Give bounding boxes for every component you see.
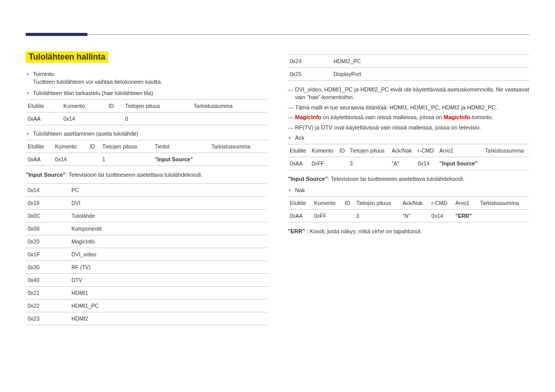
th: Arvo1 xyxy=(453,197,478,210)
td: 0x0C xyxy=(26,209,69,222)
bullet-toiminto: Toiminto xyxy=(33,71,267,77)
section-heading: Tulolähteen hallinta xyxy=(26,51,108,63)
table-codes: 0x14PC 0x18DVI 0x0CTulolähde 0x08Kompone… xyxy=(26,183,267,325)
td: Tulolähde xyxy=(69,209,267,222)
td: "Input Source" xyxy=(437,157,483,170)
th: r-CMD xyxy=(430,197,453,210)
th: Komento xyxy=(53,140,87,153)
th: Tarkistussumma xyxy=(192,100,267,113)
header-band xyxy=(26,33,87,36)
td: HDMI2 xyxy=(69,312,267,325)
td: PC xyxy=(69,183,267,196)
td xyxy=(209,153,267,166)
th: Tietojen pituus xyxy=(347,144,390,157)
td: 0x14 xyxy=(416,157,437,170)
bullet-nak: Nak xyxy=(295,187,529,193)
td: 0x24 xyxy=(288,55,331,68)
right-column: 0x24HDMI2_PC 0x25DisplayPort DVI_video, … xyxy=(288,51,529,330)
td: 0x14 xyxy=(61,113,106,125)
content: Tulolähteen hallinta Toiminto Tuotteen t… xyxy=(26,51,529,330)
td: DVI_video xyxy=(69,248,267,260)
td: MagicInfo xyxy=(69,235,267,248)
td: Komponentti xyxy=(69,222,267,235)
th: Tietojen pituus xyxy=(123,100,192,113)
label: "Input Source" xyxy=(26,172,66,178)
table-codes-extra: 0x24HDMI2_PC 0x25DisplayPort xyxy=(288,54,529,81)
err-desc: "ERR" : Koodi, josta näkyy, mikä virhe o… xyxy=(288,228,529,235)
bullet-view: Tulolähteen tilan tarkastelu (hae tulolä… xyxy=(33,90,267,96)
table-view: Etuliite Komento ID Tietojen pituus Tark… xyxy=(26,99,267,125)
magicinfo-word: MagicInfo xyxy=(443,114,470,120)
text: : Televisioon tai tuotteeseen asetettava… xyxy=(328,176,465,182)
text: : Televisioon tai tuotteeseen asetettava… xyxy=(66,172,202,178)
bullet-ack: Ack xyxy=(295,135,529,141)
th: Etuliite xyxy=(288,197,312,210)
table-set: Etuliite Komento ID Tietojen pituus Tied… xyxy=(26,140,267,166)
th: Komento xyxy=(61,100,106,113)
td: 0x08 xyxy=(26,222,69,235)
td: 0x22 xyxy=(26,299,69,312)
td xyxy=(87,153,100,166)
label: "ERR" xyxy=(288,228,305,234)
th: Tarkistussumma xyxy=(209,140,267,153)
th: Komento xyxy=(310,144,338,157)
text: -toiminto. xyxy=(470,114,493,120)
td: 0x18 xyxy=(26,196,69,209)
td: 0x14 xyxy=(430,210,453,222)
th: r-CMD xyxy=(416,144,437,157)
th: ID xyxy=(106,100,123,113)
td xyxy=(338,157,348,170)
left-column: Tulolähteen hallinta Toiminto Tuotteen t… xyxy=(26,51,267,330)
bullet-set: Tulolähteen asettaminen (aseta tulolähde… xyxy=(33,130,267,137)
note-magicinfo: MagicInfo on käytettävissä vain niissä m… xyxy=(295,114,529,121)
td: HDMI1_PC xyxy=(69,299,267,312)
td: 3 xyxy=(354,210,401,222)
td: 0xAA xyxy=(288,157,310,170)
th: ID xyxy=(338,144,348,157)
td xyxy=(192,113,267,125)
td: HDMI2_PC xyxy=(331,55,529,68)
td: 0xFF xyxy=(310,157,338,170)
td: 0xFF xyxy=(312,210,343,222)
td xyxy=(343,210,354,222)
td: 0x14 xyxy=(26,183,69,196)
th: ID xyxy=(343,197,354,210)
table-ack: Etuliite Komento ID Tietojen pituus Ack/… xyxy=(288,144,529,170)
td: "N" xyxy=(400,210,429,222)
table-nak: Etuliite Komento ID Tietojen pituus Ack/… xyxy=(288,196,529,222)
td: "ERR" xyxy=(453,210,478,222)
td: 0xAA xyxy=(26,153,53,166)
td: 0x23 xyxy=(26,312,69,325)
header-rule xyxy=(87,34,529,35)
th: Tietojen pituus xyxy=(100,140,153,153)
td: 0xAA xyxy=(26,113,61,125)
td: 0x21 xyxy=(26,286,69,299)
td: 1 xyxy=(100,153,153,166)
th: Tietojen pituus xyxy=(354,197,401,210)
th: Tiedot xyxy=(153,140,209,153)
magicinfo-word: MagicInfo xyxy=(295,114,321,120)
td: 0xAA xyxy=(288,210,312,222)
td: DTV xyxy=(69,273,267,286)
td: 0x30 xyxy=(26,260,69,273)
input-source-desc2: "Input Source": Televisioon tai tuottees… xyxy=(288,175,529,183)
td: 0x14 xyxy=(53,153,87,166)
toiminto-desc: Tuotteen tulolähteen voi vaihtaa tietoko… xyxy=(33,78,267,86)
note-model: Tämä malli ei tue seuraavia liitäntöjä: … xyxy=(295,104,529,111)
th: Tarkistussumma xyxy=(483,144,529,157)
td: 0x20 xyxy=(26,235,69,248)
th: Etuliite xyxy=(26,100,61,113)
td: "Input Source" xyxy=(153,153,209,166)
th: Etuliite xyxy=(26,140,53,153)
td: DisplayPort xyxy=(331,68,529,81)
th: Komento xyxy=(312,197,343,210)
text: on käytettävissä vain niissä malleissa, … xyxy=(321,114,443,120)
td: "A" xyxy=(390,157,416,170)
td: 0 xyxy=(123,113,192,125)
th: Ack/Nak xyxy=(400,197,429,210)
th: Tarkistussumma xyxy=(478,197,529,210)
td: 0x1F xyxy=(26,248,69,260)
td: HDMI1 xyxy=(69,286,267,299)
td: 3 xyxy=(347,157,390,170)
td xyxy=(106,113,123,125)
